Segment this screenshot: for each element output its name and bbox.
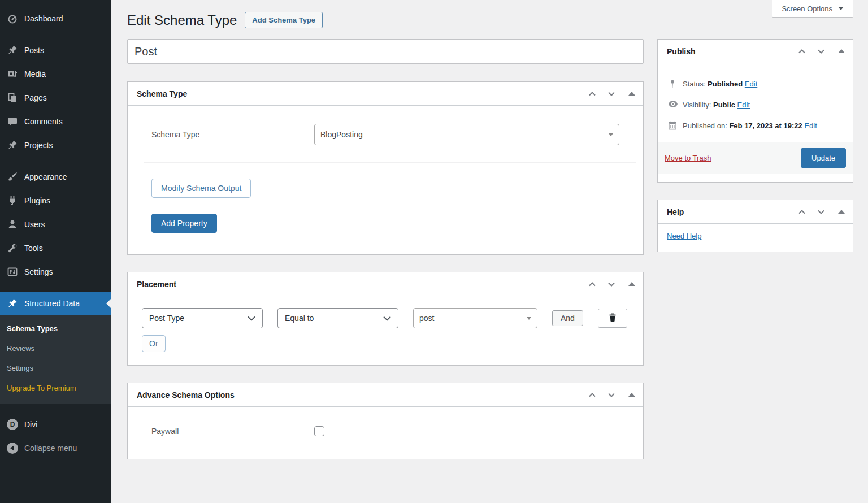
screen-options-button[interactable]: Screen Options [772,0,853,18]
sidebar-item-structured-data[interactable]: Structured Data [0,292,111,315]
move-up-button[interactable] [588,280,597,289]
and-condition-button[interactable]: And [552,310,583,326]
sidebar-item-pages[interactable]: Pages [0,86,111,110]
update-button[interactable]: Update [801,148,846,168]
published-on-label: Published on: [683,122,727,130]
add-property-button[interactable]: Add Property [151,214,217,233]
placement-panel: Placement Post Type [127,272,644,366]
sidebar-item-posts[interactable]: Posts [0,38,111,62]
collapse-toggle-icon[interactable] [838,210,845,214]
submenu-item-reviews[interactable]: Reviews [0,339,111,358]
placement-value-select[interactable]: post [413,308,537,328]
page-title: Edit Schema Type [127,11,237,29]
dropdown-arrow-icon [527,317,531,320]
wrench-icon [7,242,18,254]
structured-data-submenu: Schema Types Reviews Settings Upgrade To… [0,315,111,404]
menu-separator [0,157,111,165]
schema-type-panel: Schema Type Schema Type BlogPosting [127,81,644,255]
screen-options-label: Screen Options [782,5,832,13]
sidebar-item-comments[interactable]: Comments [0,110,111,133]
sidebar-item-appearance[interactable]: Appearance [0,165,111,189]
panel-title: Publish [667,47,696,56]
move-up-button[interactable] [797,47,806,56]
sidebar-item-users[interactable]: Users [0,213,111,236]
dropdown-arrow-icon [609,133,613,136]
menu-separator [0,284,111,292]
schema-type-select[interactable]: BlogPosting [314,124,619,145]
sidebar-item-media[interactable]: Media [0,62,111,86]
paywall-label: Paywall [151,427,314,436]
sidebar-item-dashboard[interactable]: Dashboard [0,7,111,31]
submenu-item-settings[interactable]: Settings [0,358,111,378]
sidebar-item-collapse-menu[interactable]: Collapse menu [0,436,111,460]
placement-panel-header[interactable]: Placement [128,272,643,296]
move-up-button[interactable] [588,391,597,400]
sidebar-item-tools[interactable]: Tools [0,236,111,260]
move-down-button[interactable] [607,89,616,98]
publish-panel: Publish Status: Published Edit [657,39,853,183]
chevron-down-icon [383,316,391,321]
chevron-down-icon [248,316,255,321]
paywall-checkbox[interactable] [314,426,324,436]
move-down-button[interactable] [607,280,616,289]
collapse-toggle-icon[interactable] [628,282,635,286]
user-icon [7,219,18,230]
move-up-button[interactable] [797,207,806,216]
sidebar-item-projects[interactable]: Projects [0,133,111,157]
visibility-eye-icon [668,100,678,111]
collapse-toggle-icon[interactable] [838,49,845,53]
help-panel-header[interactable]: Help [658,200,853,224]
visibility-value: Public [713,101,735,109]
move-down-button[interactable] [817,207,826,216]
publish-panel-header[interactable]: Publish [658,40,853,63]
move-down-button[interactable] [817,47,826,56]
admin-content: Screen Options Edit Schema Type Add Sche… [111,0,868,503]
pages-icon [7,92,18,103]
modify-schema-output-button[interactable]: Modify Schema Output [151,179,251,198]
publishing-actions: Move to Trash Update [658,142,853,174]
schema-type-panel-header[interactable]: Schema Type [128,82,643,106]
published-on-value: Feb 17, 2023 at 19:22 [729,122,802,130]
placement-field-select[interactable]: Post Type [142,308,263,328]
collapse-toggle-icon[interactable] [628,393,635,397]
submenu-item-upgrade-to-premium[interactable]: Upgrade To Premium [0,378,111,398]
dashboard-icon [7,13,18,24]
comments-icon [7,116,18,127]
or-condition-button[interactable]: Or [142,335,166,352]
status-label: Status: [683,80,705,88]
move-down-button[interactable] [607,391,616,400]
collapse-arrow-icon [7,443,18,454]
help-panel: Help Need Help [657,200,853,252]
pin-icon [7,140,18,151]
advance-schema-options-panel: Advance Schema Options Paywall [127,383,644,459]
sidebar-item-settings[interactable]: Settings [0,260,111,284]
calendar-icon [668,121,677,133]
trash-icon [608,313,617,324]
sidebar-item-plugins[interactable]: Plugins [0,189,111,213]
published-on-row: Published on: Feb 17, 2023 at 19:22 Edit [667,120,844,132]
edit-published-date-link[interactable]: Edit [804,122,817,130]
panel-title: Placement [137,280,176,289]
schema-type-label: Schema Type [151,130,314,139]
visibility-row: Visibility: Public Edit [667,99,844,111]
schema-title-input[interactable] [127,39,644,64]
status-row: Status: Published Edit [667,79,844,90]
collapse-toggle-icon[interactable] [628,92,635,96]
media-icon [7,68,18,80]
placement-operator-select[interactable]: Equal to [277,308,398,328]
move-to-trash-link[interactable]: Move to Trash [665,154,711,162]
need-help-link[interactable]: Need Help [667,232,701,240]
panel-padding [658,174,853,182]
sidebar-item-divi[interactable]: D Divi [0,413,111,436]
plug-icon [7,195,18,206]
schema-type-selected-value: BlogPosting [320,130,363,139]
move-up-button[interactable] [588,89,597,98]
add-schema-type-button[interactable]: Add Schema Type [245,12,323,28]
brush-icon [7,171,18,183]
delete-rule-button[interactable] [598,309,627,328]
post-status-pin-icon [668,79,677,92]
edit-status-link[interactable]: Edit [745,80,757,88]
submenu-item-schema-types[interactable]: Schema Types [0,319,111,339]
edit-visibility-link[interactable]: Edit [737,101,750,109]
advance-options-panel-header[interactable]: Advance Schema Options [128,383,643,407]
